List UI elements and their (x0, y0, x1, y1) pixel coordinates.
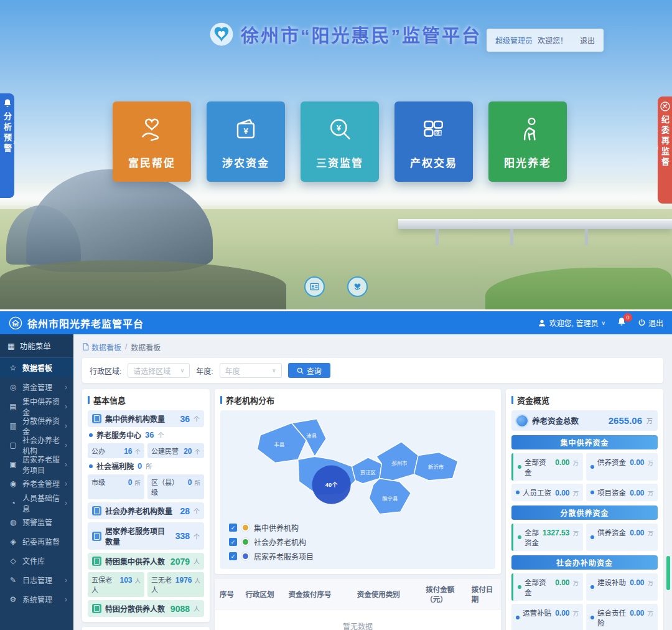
analysis-alert-ribbon[interactable]: 分析预警 › (0, 93, 14, 198)
trade-blocks-icon: 交易 (418, 113, 450, 146)
fund-cell: 供养资金0.00万 (586, 524, 658, 551)
col-header: 序号 (215, 579, 240, 609)
region-filter-label: 行政区域: (90, 365, 121, 376)
stat-social-institutions: 社会办养老机构数量 28 个 (88, 502, 204, 519)
tile-fumin-bangcu[interactable]: 富民帮促 (113, 101, 191, 182)
district-label: 新沂市 (428, 464, 444, 470)
region-select[interactable]: 请选择区域 ∨ (128, 363, 190, 378)
notification-badge: 0 (623, 313, 632, 322)
sidebar-item-file-library[interactable]: ◇ 文件库 (0, 551, 73, 570)
fund-cell: 建设补助0.00万 (586, 573, 658, 601)
sidebar-item-log-management[interactable]: ✎ 日志管理 › (0, 570, 73, 590)
chevron-right-icon: › (65, 479, 67, 488)
section-decentralized-funds: 分散供养资金 (511, 505, 658, 520)
sidebar-item-label: 预警监管 (22, 517, 52, 527)
fund-cell: 全部资金0.00万 (511, 453, 583, 481)
hero-logout-button[interactable]: 退出 (580, 35, 595, 45)
user-icon (538, 319, 546, 327)
checkbox-checked-icon[interactable]: ✓ (229, 552, 237, 560)
discipline-supervision-label: 纪委再监督 (659, 115, 671, 168)
breadcrumb-root[interactable]: 数据看板 (82, 342, 121, 352)
fund-cell: 人员工资0.00万 (511, 484, 583, 501)
elderly-care-icon (511, 113, 544, 146)
funds-table-panel: 序号 行政区划 资金拨付序号 资金使用类别 拨付金额（元） 拨付日期 暂无数据 … (215, 579, 501, 630)
fund-cell: 综合责任险0.00万 (586, 604, 658, 630)
svg-text:交易: 交易 (434, 131, 442, 136)
user-menu[interactable]: 欢迎您, 管理员 ∨ (538, 317, 605, 328)
stat-welfare-homes: 社会福利院 0 所 (88, 458, 204, 472)
wallet-yuan-icon: ¥ (230, 113, 262, 146)
gear-icon: ⚙ (9, 595, 17, 604)
col-header: 行政区划 (240, 579, 283, 609)
search-button[interactable]: 查询 (288, 363, 330, 378)
logout-button[interactable]: 退出 (638, 317, 663, 328)
doc-badge-icon (92, 506, 101, 515)
col-header: 资金使用类别 (352, 579, 421, 609)
hero-float-icons (304, 276, 368, 297)
fund-cell: 运营补贴0.00万 (511, 604, 583, 630)
fund-cell: 项目资金0.00万 (586, 484, 658, 501)
total-pension-funds: 养老资金总数 2655.06 万 (511, 410, 658, 431)
document-icon (82, 343, 89, 350)
fund-cell: 全部资金0.00万 (511, 573, 583, 601)
sidebar-item-pension-management[interactable]: ◉ 养老金管理 › (0, 474, 73, 493)
stat-service-centers: 养老服务中心 36 个 (88, 427, 204, 441)
discipline-supervision-ribbon[interactable]: 纪委再监督 ‹ (658, 96, 672, 204)
tile-sanzi-jianguan[interactable]: ¥ 三资监管 (301, 101, 379, 182)
dashboard-brand: 徐州市阳光养老监管平台 (9, 316, 144, 331)
bell-icon (2, 98, 12, 108)
bridge-pier (510, 229, 513, 245)
shield-icon: ◈ (9, 537, 17, 546)
building-icon: ▢ (9, 441, 17, 449)
module-tiles: 富民帮促 ¥ 涉农资金 ¥ 三资监管 交易 (113, 101, 567, 182)
scrollbar-thumb[interactable] (666, 556, 670, 590)
chevron-right-icon: › (65, 402, 67, 411)
chevron-right-icon: › (65, 595, 67, 604)
section-social-subsidy-funds: 社会办补助资金 (511, 555, 658, 570)
checkbox-checked-icon[interactable]: ✓ (229, 538, 237, 546)
chevron-down-icon: ∨ (601, 320, 605, 326)
sidebar-item-data-dashboard[interactable]: ☆ 数据看板 (0, 358, 73, 377)
map-legend-centralized: ✓ 集中供养机构 (229, 522, 493, 533)
sidebar-item-label: 数据看板 (22, 362, 52, 373)
sidebar-item-decentralized-funds[interactable]: ▥ 分散供养资金 › (0, 416, 73, 435)
stat-decentralized-supported: 特困分散供养人数 9088 人 (88, 600, 204, 617)
map-legend-home: ✓ 居家养老服务项目 (229, 551, 493, 562)
sidebar-item-fund-management[interactable]: ◎ 资金管理 › (0, 377, 73, 397)
legend-dot-icon (241, 524, 250, 532)
legend-dot-icon (241, 538, 250, 546)
xuzhou-district-map[interactable]: 丰县 沛县 贾汪区 邳州市 新沂市 睢宁县 40个 (223, 411, 497, 516)
sidebar-item-personnel-info[interactable]: ◔ 人员基础信息 › (0, 493, 73, 512)
checkbox-checked-icon[interactable]: ✓ (229, 524, 237, 532)
tile-label: 三资监管 (316, 154, 363, 170)
id-card-icon[interactable] (304, 276, 325, 297)
filter-bar: 行政区域: 请选择区域 ∨ 年度: 年度 ∨ 查询 (82, 358, 663, 383)
notification-bell[interactable]: 0 (617, 317, 627, 329)
year-select[interactable]: 年度 ∨ (220, 363, 282, 378)
tile-chanquan-jiaoyi[interactable]: 交易 产权交易 (394, 101, 473, 182)
tile-shenong-zijin[interactable]: ¥ 涉农资金 (207, 101, 285, 182)
section-centralized-funds: 集中供养资金 (511, 435, 658, 449)
coin-icon (516, 415, 528, 426)
legend-dot-icon (241, 552, 250, 560)
chevron-right-icon: › (65, 460, 67, 469)
sidebar-item-social-institutions[interactable]: ▢ 社会办养老机构 › (0, 435, 73, 454)
warning-info-panel: 预警信息 预警总数 0 条 (82, 627, 210, 630)
stat-centralized-institutions: 集中供养机构数量 36 个 (88, 410, 204, 427)
tile-label: 富民帮促 (128, 154, 175, 170)
district-label: 贾汪区 (360, 469, 376, 476)
sidebar-item-system-management[interactable]: ⚙ 系统管理 › (0, 590, 73, 609)
folder-icon: ▥ (9, 421, 17, 430)
sidebar-item-centralized-funds[interactable]: ▤ 集中供养资金 › (0, 397, 73, 416)
dashboard-title: 徐州市阳光养老监管平台 (27, 316, 144, 331)
party-emblem-icon (660, 101, 670, 111)
sidebar-item-discipline-supervision[interactable]: ◈ 纪委再监督 (0, 532, 73, 551)
sidebar-item-alert-supervision[interactable]: ◍ 预警监管 (0, 512, 73, 532)
map-panel-title: 养老机构分布 (226, 394, 274, 406)
col-header: 资金拨付序号 (283, 579, 352, 609)
tile-label: 阳光养老 (504, 154, 551, 170)
tile-yangguang-yanglao[interactable]: 阳光养老 (488, 101, 567, 182)
heart-hands-icon[interactable] (347, 276, 368, 297)
home-care-logo-icon (9, 316, 22, 330)
sidebar-item-home-service-projects[interactable]: ▣ 居家养老服务项目 › (0, 454, 73, 474)
